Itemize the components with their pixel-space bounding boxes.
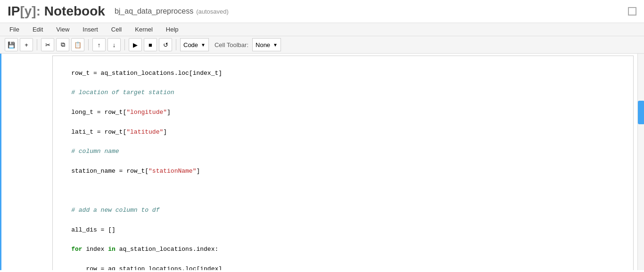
toolbar-separator-1 — [37, 39, 37, 50]
cut-button[interactable]: ✂ — [41, 38, 54, 51]
menu-cell[interactable]: Cell — [109, 25, 124, 34]
cells-container[interactable]: row_t = aq_station_locations.loc[index_t… — [0, 54, 637, 270]
menu-insert[interactable]: Insert — [81, 25, 100, 34]
toolbar: 💾 + ✂ ⧉ 📋 ↑ ↓ ▶ ■ ↺ Code ▼ Cell Toolbar:… — [0, 36, 644, 54]
app-name: Notebook — [44, 4, 105, 18]
cell-prompt-empty — [1, 54, 49, 270]
menubar: File Edit View Insert Cell Kernel Help — [0, 23, 644, 36]
logo: IP[y]: Notebook — [8, 4, 105, 19]
v-scroll-thumb[interactable] — [638, 101, 644, 124]
move-up-button[interactable]: ↑ — [92, 38, 106, 51]
code-block-top[interactable]: row_t = aq_station_locations.loc[index_t… — [52, 56, 634, 270]
code-line-blank1 — [57, 186, 629, 196]
code-line-7: # add a new column to df — [57, 206, 629, 216]
menu-file[interactable]: File — [8, 25, 21, 34]
code-line-6: station_name = row_t["stationName"] — [57, 167, 629, 176]
code-line-9: for index in aq_station_locations.index: — [57, 245, 629, 255]
code-line-5: # column name — [57, 147, 629, 157]
notebook-area: row_t = aq_station_locations.loc[index_t… — [0, 54, 644, 270]
cell-code-content[interactable]: row_t = aq_station_locations.loc[index_t… — [49, 54, 637, 270]
cell-type-arrow: ▼ — [201, 42, 206, 48]
kernel-status-icon — [628, 7, 636, 16]
cell-type-label: Code — [183, 41, 198, 48]
paste-button[interactable]: 📋 — [71, 38, 84, 51]
cell-toolbar-value: None — [256, 41, 270, 48]
cell-toolbar-select[interactable]: None ▼ — [252, 38, 281, 51]
code-line-4: lati_t = row_t["latitude"] — [57, 128, 629, 137]
menu-help[interactable]: Help — [164, 25, 181, 34]
code-cell-top: row_t = aq_station_locations.loc[index_t… — [0, 54, 637, 270]
add-cell-button[interactable]: + — [20, 38, 33, 51]
cell-toolbar-label: Cell Toolbar: — [215, 41, 248, 48]
toolbar-separator-2 — [88, 39, 89, 50]
stop-button[interactable]: ■ — [144, 38, 157, 51]
v-scrollbar[interactable] — [637, 54, 644, 270]
save-button[interactable]: 💾 — [5, 38, 18, 51]
code-line-1: row_t = aq_station_locations.loc[index_t… — [57, 69, 629, 79]
menu-kernel[interactable]: Kernel — [133, 25, 155, 34]
menu-edit[interactable]: Edit — [31, 25, 45, 34]
code-line-8: all_dis = [] — [57, 225, 629, 235]
filename: bj_aq_data_preprocess — [115, 7, 193, 16]
code-line-10: row = aq_station_locations.loc[index] — [57, 264, 629, 270]
status-circle — [628, 7, 636, 16]
header: IP[y]: Notebook bj_aq_data_preprocess (a… — [0, 0, 644, 23]
copy-button[interactable]: ⧉ — [56, 38, 69, 51]
restart-button[interactable]: ↺ — [159, 38, 172, 51]
cell-toolbar-arrow: ▼ — [273, 42, 278, 48]
cell-type-select[interactable]: Code ▼ — [180, 38, 209, 51]
toolbar-separator-3 — [124, 39, 125, 50]
autosaved-label: (autosaved) — [196, 8, 229, 15]
logo-ip: IP — [8, 4, 20, 18]
menu-view[interactable]: View — [54, 25, 71, 34]
toolbar-separator-4 — [176, 39, 176, 50]
code-line-2: # location of target station — [57, 88, 629, 98]
logo-bracket: [y]: — [20, 4, 41, 18]
run-button[interactable]: ▶ — [129, 38, 142, 51]
code-line-3: long_t = row_t["longitude"] — [57, 108, 629, 118]
move-down-button[interactable]: ↓ — [107, 38, 121, 51]
